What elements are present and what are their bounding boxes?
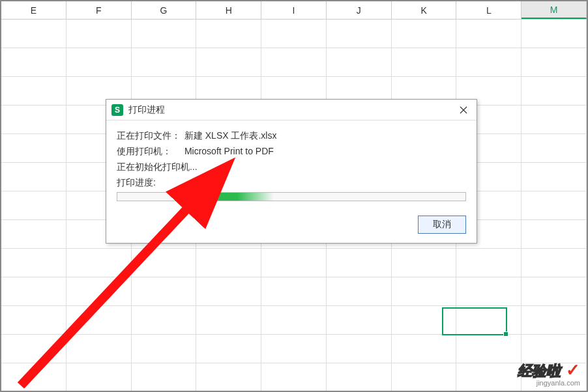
cell[interactable]	[327, 306, 392, 334]
printer-row: 使用打印机： Microsoft Print to PDF	[117, 144, 466, 158]
cell[interactable]	[392, 363, 457, 391]
cell[interactable]	[1, 363, 66, 391]
col-header-k[interactable]: K	[392, 1, 457, 19]
cell[interactable]	[196, 363, 261, 391]
cell[interactable]	[132, 20, 197, 48]
cell[interactable]	[327, 20, 392, 48]
cell[interactable]	[1, 20, 66, 48]
cell[interactable]	[392, 277, 457, 305]
cell[interactable]	[132, 249, 197, 277]
cell[interactable]	[456, 306, 522, 334]
cell[interactable]	[66, 48, 132, 76]
cell[interactable]	[456, 363, 522, 391]
watermark: 经验啦 ✓ jingyanla.com	[518, 360, 580, 387]
cell[interactable]	[522, 105, 587, 133]
cell[interactable]	[132, 277, 197, 305]
wps-spreadsheet-icon: S	[111, 104, 123, 116]
col-header-m[interactable]: M	[522, 1, 587, 19]
progress-label: 打印进度:	[117, 177, 156, 188]
cell[interactable]	[1, 191, 66, 219]
cell[interactable]	[261, 363, 327, 391]
close-icon	[460, 106, 467, 114]
cell[interactable]	[522, 191, 587, 219]
cell[interactable]	[1, 277, 66, 305]
cell[interactable]	[327, 249, 392, 277]
cell[interactable]	[456, 277, 522, 305]
cell[interactable]	[261, 277, 327, 305]
col-header-j[interactable]: J	[327, 1, 392, 19]
cell[interactable]	[392, 20, 457, 48]
cell[interactable]	[66, 306, 132, 334]
cell[interactable]	[392, 249, 457, 277]
cell[interactable]	[522, 277, 587, 305]
cell[interactable]	[1, 48, 66, 76]
cell[interactable]	[1, 249, 66, 277]
col-header-f[interactable]: F	[66, 1, 132, 19]
cell[interactable]	[261, 48, 327, 76]
cell[interactable]	[456, 335, 522, 363]
cell[interactable]	[261, 20, 327, 48]
cell[interactable]	[66, 20, 132, 48]
cell[interactable]	[261, 249, 327, 277]
cell[interactable]	[456, 249, 522, 277]
col-header-l[interactable]: L	[456, 1, 522, 19]
cell[interactable]	[522, 249, 587, 277]
cell[interactable]	[261, 335, 327, 363]
cell[interactable]	[66, 249, 132, 277]
cell[interactable]	[522, 134, 587, 162]
cell[interactable]	[522, 77, 587, 105]
cell[interactable]	[196, 249, 261, 277]
init-row: 正在初始化打印机...	[117, 160, 466, 174]
cell[interactable]	[1, 105, 66, 133]
cell[interactable]	[1, 134, 66, 162]
cell[interactable]	[66, 363, 132, 391]
col-header-i[interactable]: I	[261, 1, 327, 19]
cell[interactable]	[196, 306, 261, 334]
cell[interactable]	[392, 335, 457, 363]
col-header-g[interactable]: G	[132, 1, 197, 19]
col-header-e[interactable]: E	[1, 1, 66, 19]
cancel-button[interactable]: 取消	[418, 216, 466, 234]
cell[interactable]	[132, 335, 197, 363]
cell[interactable]	[1, 306, 66, 334]
cell[interactable]	[196, 20, 261, 48]
dialog-footer: 取消	[106, 209, 477, 243]
init-text: 正在初始化打印机...	[117, 161, 198, 172]
cell[interactable]	[196, 277, 261, 305]
cell[interactable]	[132, 306, 197, 334]
cell[interactable]	[132, 363, 197, 391]
table-row	[1, 335, 587, 363]
cell[interactable]	[261, 306, 327, 334]
cell[interactable]	[196, 48, 261, 76]
cell[interactable]	[1, 77, 66, 105]
cell[interactable]	[327, 277, 392, 305]
dialog-body: 正在打印文件： 新建 XLSX 工作表.xlsx 使用打印机： Microsof…	[106, 120, 477, 209]
cell[interactable]	[66, 335, 132, 363]
cell[interactable]	[327, 335, 392, 363]
progress-bar	[117, 192, 466, 201]
cell[interactable]	[1, 335, 66, 363]
cell[interactable]	[522, 163, 587, 191]
cell[interactable]	[66, 277, 132, 305]
cell[interactable]	[392, 48, 457, 76]
cell[interactable]	[456, 48, 522, 76]
cell[interactable]	[327, 363, 392, 391]
cell[interactable]	[1, 163, 66, 191]
table-row	[1, 20, 587, 48]
table-row	[1, 277, 587, 306]
cell[interactable]	[1, 220, 66, 248]
check-icon: ✓	[566, 360, 580, 380]
close-button[interactable]	[450, 100, 477, 120]
cell[interactable]	[456, 20, 522, 48]
cell[interactable]	[522, 48, 587, 76]
cell[interactable]	[522, 20, 587, 48]
cell[interactable]	[522, 220, 587, 248]
cell[interactable]	[522, 335, 587, 363]
cell[interactable]	[522, 306, 587, 334]
cell[interactable]	[196, 335, 261, 363]
col-header-h[interactable]: H	[196, 1, 261, 19]
dialog-titlebar[interactable]: S 打印进程	[106, 100, 477, 120]
cell[interactable]	[392, 306, 457, 334]
cell[interactable]	[327, 48, 392, 76]
cell[interactable]	[132, 48, 197, 76]
